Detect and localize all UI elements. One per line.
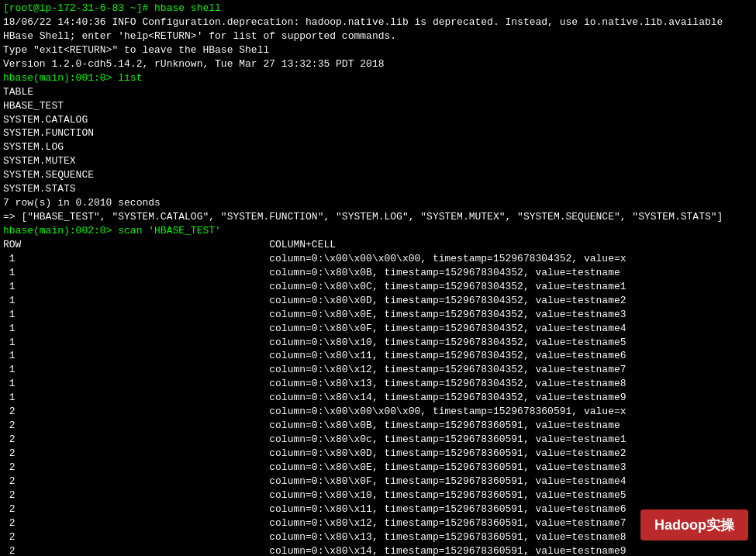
terminal-line: 1 column=0:\x80\x11, timestamp=152967830… <box>3 349 753 363</box>
terminal-line: 1 column=0:\x80\x0B, timestamp=152967830… <box>3 266 753 280</box>
terminal-line: 2 column=0:\x80\x11, timestamp=152967836… <box>3 502 753 516</box>
terminal-line: Type "exit<RETURN>" to leave the HBase S… <box>3 43 753 57</box>
terminal-line: SYSTEM.SEQUENCE <box>3 168 753 182</box>
terminal-line: 2 column=0:\x80\x10, timestamp=152967836… <box>3 489 753 502</box>
terminal-line: 1 column=0:\x00\x00\x00\x00, timestamp=1… <box>3 252 753 266</box>
terminal-line: hbase(main):001:0> list <box>3 71 753 85</box>
terminal-line: [root@ip-172-31-6-83 ~]# hbase shell <box>3 2 753 16</box>
terminal-line: SYSTEM.MUTEX <box>3 154 753 168</box>
terminal-line: 7 row(s) in 0.2010 seconds <box>3 196 753 210</box>
terminal-content: [root@ip-172-31-6-83 ~]# hbase shell18/0… <box>3 2 753 556</box>
terminal-line: => ["HBASE_TEST", "SYSTEM.CATALOG", "SYS… <box>3 210 753 224</box>
terminal-line: 2 column=0:\x80\x0B, timestamp=152967836… <box>3 419 753 433</box>
terminal-line: 2 column=0:\x80\x0D, timestamp=152967836… <box>3 447 753 461</box>
terminal-line: hbase(main):002:0> scan 'HBASE_TEST' <box>3 224 753 238</box>
terminal-line: 1 column=0:\x80\x13, timestamp=152967830… <box>3 377 753 391</box>
terminal-line: 1 column=0:\x80\x0E, timestamp=152967830… <box>3 308 753 322</box>
terminal-line: TABLE <box>3 85 753 99</box>
terminal-line: 2 column=0:\x80\x12, timestamp=152967836… <box>3 516 753 530</box>
terminal-line: 1 column=0:\x80\x12, timestamp=152967830… <box>3 363 753 377</box>
terminal-line: 1 column=0:\x80\x10, timestamp=152967830… <box>3 336 753 350</box>
terminal-line: 1 column=0:\x80\x0C, timestamp=152967830… <box>3 280 753 294</box>
terminal-line: HBASE_TEST <box>3 99 753 113</box>
terminal-line: SYSTEM.LOG <box>3 140 753 154</box>
terminal-line: Version 1.2.0-cdh5.14.2, rUnknown, Tue M… <box>3 57 753 71</box>
terminal-line: 2 column=0:\x80\x14, timestamp=152967836… <box>3 544 753 556</box>
terminal-line: HBase Shell; enter 'help<RETURN>' for li… <box>3 29 753 43</box>
terminal-line: SYSTEM.STATS <box>3 182 753 196</box>
terminal-line: 2 column=0:\x00\x00\x00\x00, timestamp=1… <box>3 405 753 419</box>
terminal-line: 2 column=0:\x80\x0c, timestamp=152967836… <box>3 433 753 447</box>
terminal-window[interactable]: [root@ip-172-31-6-83 ~]# hbase shell18/0… <box>0 0 756 556</box>
terminal-line: 2 column=0:\x80\x0E, timestamp=152967836… <box>3 461 753 475</box>
terminal-line: 2 column=0:\x80\x0F, timestamp=152967836… <box>3 475 753 489</box>
terminal-line: 2 column=0:\x80\x13, timestamp=152967836… <box>3 530 753 544</box>
terminal-line: 18/06/22 14:40:36 INFO Configuration.dep… <box>3 16 753 29</box>
terminal-line: SYSTEM.CATALOG <box>3 113 753 127</box>
terminal-line: 1 column=0:\x80\x14, timestamp=152967830… <box>3 391 753 405</box>
terminal-line: 1 column=0:\x80\x0F, timestamp=152967830… <box>3 322 753 336</box>
terminal-line: ROW COLUMN+CELL <box>3 238 753 252</box>
terminal-line: 1 column=0:\x80\x0D, timestamp=152967830… <box>3 294 753 308</box>
terminal-line: SYSTEM.FUNCTION <box>3 126 753 140</box>
